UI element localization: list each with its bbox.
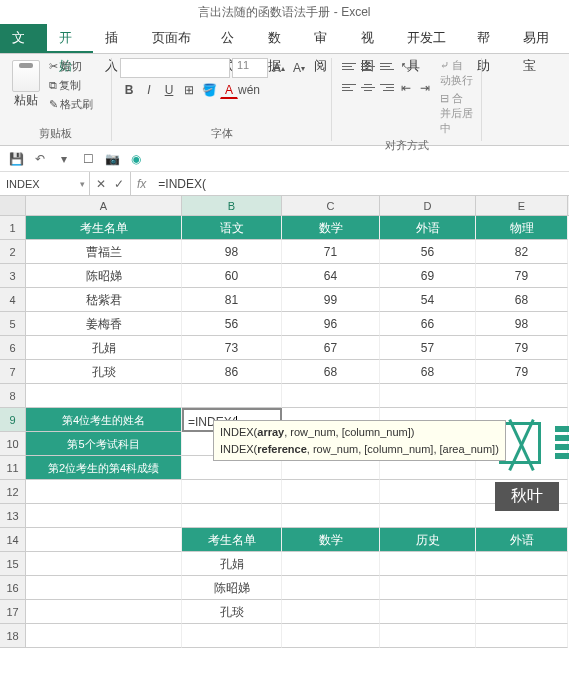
table-header[interactable]: 语文 — [182, 216, 282, 240]
col-header-b[interactable]: B — [182, 196, 282, 215]
cell[interactable] — [380, 600, 476, 624]
name-box[interactable]: INDEX — [0, 172, 90, 195]
indent-inc-button[interactable]: ⇥ — [416, 79, 434, 97]
cell[interactable] — [380, 480, 476, 504]
row-header[interactable]: 6 — [0, 336, 26, 360]
phonetic-button[interactable]: wén — [240, 81, 258, 99]
cell[interactable] — [282, 600, 380, 624]
table-header[interactable]: 数学 — [282, 216, 380, 240]
col-header-d[interactable]: D — [380, 196, 476, 215]
row-header[interactable]: 2 — [0, 240, 26, 264]
border-button[interactable]: ⊞ — [180, 81, 198, 99]
font-size-select[interactable]: 11 — [232, 58, 268, 78]
cell[interactable]: 曹福兰 — [26, 240, 182, 264]
accept-formula-button[interactable]: ✓ — [114, 177, 124, 191]
cell[interactable]: 60 — [182, 264, 282, 288]
row-header[interactable]: 8 — [0, 384, 26, 408]
row-header[interactable]: 12 — [0, 480, 26, 504]
cell[interactable]: 73 — [182, 336, 282, 360]
function-tooltip[interactable]: INDEX(array, row_num, [column_num]) INDE… — [213, 420, 506, 461]
row-header[interactable]: 3 — [0, 264, 26, 288]
cell[interactable]: 66 — [380, 312, 476, 336]
italic-button[interactable]: I — [140, 81, 158, 99]
orientation-button[interactable]: ⭦ — [397, 58, 415, 76]
row-header[interactable]: 17 — [0, 600, 26, 624]
wrap-text-button[interactable]: ⤶ 自动换行 — [440, 58, 473, 88]
tab-formula[interactable]: 公式 — [209, 24, 256, 53]
cell[interactable]: 82 — [476, 240, 568, 264]
cell[interactable] — [182, 504, 282, 528]
cell[interactable]: 54 — [380, 288, 476, 312]
cell[interactable]: 86 — [182, 360, 282, 384]
row-header[interactable]: 9 — [0, 408, 26, 432]
cell[interactable] — [182, 384, 282, 408]
row-header[interactable]: 14 — [0, 528, 26, 552]
paste-button[interactable]: 粘贴 — [8, 58, 44, 111]
cell[interactable] — [282, 576, 380, 600]
cell[interactable] — [282, 504, 380, 528]
tab-review[interactable]: 审阅 — [302, 24, 349, 53]
cell[interactable] — [282, 552, 380, 576]
cell[interactable] — [380, 624, 476, 648]
cell[interactable] — [476, 552, 568, 576]
question-label[interactable]: 第2位考生的第4科成绩 — [26, 456, 182, 480]
cell[interactable] — [476, 600, 568, 624]
row-header[interactable]: 18 — [0, 624, 26, 648]
cell[interactable] — [26, 552, 182, 576]
align-right-button[interactable] — [378, 79, 396, 95]
row-header[interactable]: 15 — [0, 552, 26, 576]
cell[interactable] — [182, 624, 282, 648]
cell[interactable]: 68 — [380, 360, 476, 384]
font-color-button[interactable]: A — [220, 81, 238, 99]
cell[interactable]: 79 — [476, 360, 568, 384]
cell[interactable] — [476, 624, 568, 648]
table-header[interactable]: 考生名单 — [182, 528, 282, 552]
question-label[interactable]: 第5个考试科目 — [26, 432, 182, 456]
row-header[interactable]: 16 — [0, 576, 26, 600]
cell[interactable]: 56 — [182, 312, 282, 336]
decrease-font-button[interactable]: A▾ — [290, 59, 308, 77]
align-bottom-button[interactable] — [378, 58, 396, 74]
tab-file[interactable]: 文件 — [0, 24, 47, 53]
fx-icon[interactable]: fx — [131, 172, 152, 195]
row-header[interactable]: 5 — [0, 312, 26, 336]
col-header-c[interactable]: C — [282, 196, 380, 215]
cell[interactable]: 57 — [380, 336, 476, 360]
tab-home[interactable]: 开始 — [47, 24, 94, 53]
tab-data[interactable]: 数据 — [256, 24, 303, 53]
col-header-a[interactable]: A — [26, 196, 182, 215]
cell[interactable] — [26, 528, 182, 552]
cell[interactable]: 96 — [282, 312, 380, 336]
cell[interactable] — [26, 576, 182, 600]
touch-mode-button[interactable]: ☐ — [80, 151, 96, 167]
addin-button[interactable]: ◉ — [128, 151, 144, 167]
cell[interactable]: 陈昭娣 — [26, 264, 182, 288]
cell[interactable]: 嵇紫君 — [26, 288, 182, 312]
cell[interactable]: 孔娟 — [182, 552, 282, 576]
cell[interactable] — [26, 600, 182, 624]
tab-dev[interactable]: 开发工具 — [395, 24, 464, 53]
cell[interactable]: 68 — [476, 288, 568, 312]
tab-layout[interactable]: 页面布局 — [140, 24, 209, 53]
cell[interactable] — [380, 384, 476, 408]
cell[interactable]: 69 — [380, 264, 476, 288]
cell[interactable] — [380, 576, 476, 600]
select-all-corner[interactable] — [0, 196, 26, 215]
align-top-button[interactable] — [340, 58, 358, 74]
align-center-button[interactable] — [359, 79, 377, 95]
tab-yiyong[interactable]: 易用宝 — [511, 24, 569, 53]
table-header[interactable]: 考生名单 — [26, 216, 182, 240]
table-header[interactable]: 外语 — [380, 216, 476, 240]
table-header[interactable]: 物理 — [476, 216, 568, 240]
fill-color-button[interactable]: 🪣 — [200, 81, 218, 99]
cell[interactable]: 71 — [282, 240, 380, 264]
cell[interactable] — [26, 624, 182, 648]
increase-font-button[interactable]: A▴ — [270, 59, 288, 77]
cell[interactable] — [282, 624, 380, 648]
row-header[interactable]: 1 — [0, 216, 26, 240]
cell[interactable] — [26, 480, 182, 504]
cell[interactable]: 79 — [476, 264, 568, 288]
copy-button[interactable]: ⧉复制 — [48, 77, 94, 94]
tab-view[interactable]: 视图 — [349, 24, 396, 53]
indent-dec-button[interactable]: ⇤ — [397, 79, 415, 97]
